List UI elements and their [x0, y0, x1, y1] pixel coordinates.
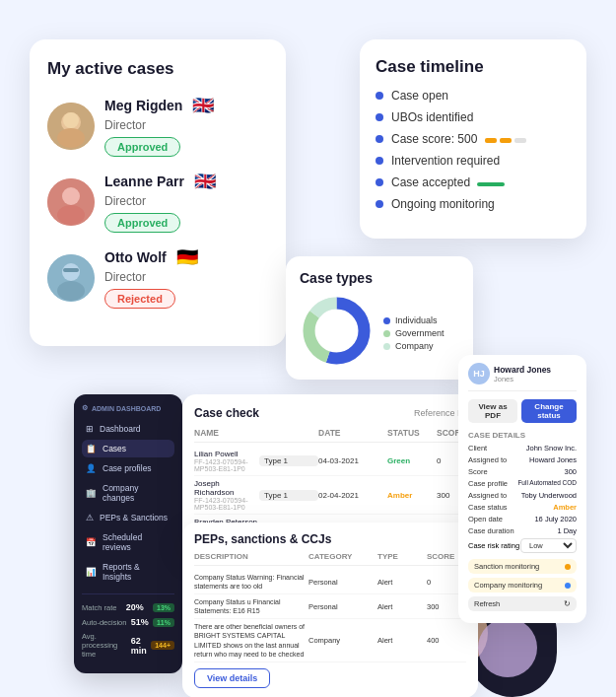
person-info-leanne: Leanne Parr 🇬🇧 Director Approved [104, 171, 268, 233]
sidebar-icon: ⚙ [82, 404, 88, 412]
scheduled-icon: 📅 [86, 537, 97, 547]
timeline-title: Case timeline [376, 57, 571, 77]
flag-leanne: 🇬🇧 [194, 171, 216, 192]
reports-icon: 📊 [86, 567, 97, 577]
svg-point-9 [57, 281, 85, 301]
company-icon: 🏢 [86, 488, 97, 498]
timeline-item-4: Case accepted [376, 175, 571, 189]
refresh-item[interactable]: Refresh ↻ [468, 596, 577, 611]
details-panel: HJ Howard Jones Jones View as PDF Change… [458, 355, 586, 623]
view-pdf-button[interactable]: View as PDF [468, 399, 517, 423]
timeline-dot-4 [376, 178, 383, 186]
detail-duration: Case duration 1 Day [468, 526, 577, 535]
legend-item-0: Individuals [383, 315, 445, 325]
peps-title: PEPs, sanctions & CCJs [194, 532, 466, 546]
sidebar-item-case-profiles[interactable]: 👤 Case profiles [82, 459, 174, 477]
change-status-button[interactable]: Change status [521, 399, 577, 423]
panel-user-row: HJ Howard Jones Jones [468, 363, 577, 391]
sidebar-item-scheduled[interactable]: 📅 Scheduled reviews [82, 528, 174, 556]
peps-icon: ⚠ [86, 513, 94, 523]
legend-dot-1 [383, 330, 390, 337]
metric-row-auto: Auto-decision 51% 11% [82, 617, 174, 627]
svg-point-15 [321, 315, 353, 347]
timeline-label-1: UBOs identified [391, 110, 473, 124]
panel-user-sub: Jones [494, 375, 551, 383]
case-person-2[interactable]: Otto Wolf 🇩🇪 Director Rejected [47, 246, 268, 309]
timeline-item-5: Ongoing monitoring [376, 197, 571, 211]
svg-point-6 [57, 205, 85, 225]
risk-rating-select[interactable]: Low Medium High [520, 538, 577, 553]
score-seg-2 [500, 138, 512, 143]
case-types-card: Case types Individuals [286, 256, 473, 380]
status-badge-meg: Approved [104, 137, 180, 157]
avatar-meg [47, 103, 95, 150]
donut-legend: Individuals Government Company [383, 315, 445, 354]
case-timeline-card: Case timeline Case open UBOs identified … [360, 39, 586, 239]
company-monitoring-dot [565, 583, 571, 589]
sidebar-item-dashboard[interactable]: ⊞ Dashboard [82, 420, 174, 438]
sidebar-item-company-changes[interactable]: 🏢 Company changes [82, 479, 174, 507]
detail-client: Client John Snow Inc. [468, 444, 577, 453]
peps-row-0[interactable]: Company Status Warning: Financial statem… [194, 570, 466, 594]
case-check-header: Case check Reference ID [194, 406, 466, 420]
person-role-meg: Director [104, 118, 268, 132]
sidebar-item-peps[interactable]: ⚠ PEPs & Sanctions [82, 509, 174, 526]
view-details-button[interactable]: View details [194, 668, 270, 688]
admin-sidebar: ⚙ Admin dashboard ⊞ Dashboard 📋 Cases 👤 … [74, 394, 182, 673]
person-role-otto: Director [104, 270, 268, 284]
status-badge-otto: Rejected [104, 289, 175, 309]
peps-row-2[interactable]: There are other beneficial owners of BRI… [194, 619, 466, 662]
table-row-0[interactable]: Lilian Powell FF-1423-070594-MP503-E81-1… [194, 447, 466, 476]
case-person-0[interactable]: Meg Rigden 🇬🇧 Director Approved [47, 95, 268, 157]
timeline-dot-0 [376, 92, 383, 100]
detail-open-date: Open date 16 July 2020 [468, 515, 577, 523]
legend-item-1: Government [383, 328, 445, 338]
case-check-title: Case check [194, 406, 259, 420]
svg-point-2 [57, 128, 85, 148]
detail-assigned2: Assigned to Toby Underwood [468, 491, 577, 500]
flag-otto: 🇩🇪 [176, 246, 198, 268]
refresh-icon: ↻ [564, 599, 571, 608]
company-monitoring-item[interactable]: Company monitoring [468, 578, 577, 592]
case-types-title: Case types [300, 270, 459, 286]
sanction-monitoring-dot [565, 564, 571, 570]
panel-user-name: Howard Jones [494, 365, 551, 375]
case-person-1[interactable]: Leanne Parr 🇬🇧 Director Approved [47, 171, 268, 233]
sidebar-metrics: Match rate 20% 13% Auto-decision 51% 11%… [82, 593, 174, 659]
timeline-item-1: UBOs identified [376, 110, 571, 124]
peps-row-1[interactable]: Company Status u Financial Statements: E… [194, 594, 466, 619]
profiles-icon: 👤 [86, 463, 97, 473]
sanction-monitoring-item[interactable]: Sanction monitoring [468, 559, 577, 574]
timeline-dot-3 [376, 157, 383, 165]
detail-profile: Case profile Full Automated COD [468, 479, 577, 488]
timeline-item-0: Case open [376, 89, 571, 103]
timeline-dot-5 [376, 200, 383, 208]
panel-avatar: HJ [468, 363, 490, 384]
sidebar-item-reports[interactable]: 📊 Reports & Insights [82, 558, 174, 586]
timeline-item-2: Case score: 500 [376, 132, 571, 146]
detail-score: Score 300 [468, 467, 577, 476]
flag-meg: 🇬🇧 [192, 95, 214, 116]
active-cases-title: My active cases [47, 59, 268, 79]
active-cases-card: My active cases Meg Rigden 🇬🇧 Director A… [30, 39, 286, 346]
donut-chart [300, 294, 374, 368]
svg-point-5 [62, 187, 80, 205]
case-details-label: CASE DETAILS [468, 431, 577, 440]
score-seg-1 [485, 138, 497, 143]
timeline-label-2: Case score: 500 [391, 132, 526, 146]
person-role-leanne: Director [104, 194, 268, 208]
person-info-otto: Otto Wolf 🇩🇪 Director Rejected [104, 246, 268, 309]
table-row-1[interactable]: Joseph Richardson FF-1423-070594-MP503-E… [194, 476, 466, 515]
timeline-item-3: Intervention required [376, 154, 571, 168]
person-name-leanne: Leanne Parr 🇬🇧 [104, 171, 268, 192]
metric-row-time: Avg. processing time 62 min 144+ [82, 632, 174, 659]
detail-assigned: Assigned to Howard Jones [468, 455, 577, 464]
peps-card: PEPs, sanctions & CCJs DESCRIPTION CATEG… [182, 523, 478, 697]
dashboard-icon: ⊞ [86, 424, 94, 434]
case-types-content: Individuals Government Company [300, 294, 459, 368]
sidebar-item-cases[interactable]: 📋 Cases [82, 440, 174, 457]
svg-point-3 [63, 112, 79, 128]
timeline-accepted-line [477, 182, 505, 186]
person-name-meg: Meg Rigden 🇬🇧 [104, 95, 268, 116]
sidebar-header: ⚙ Admin dashboard [82, 404, 174, 412]
